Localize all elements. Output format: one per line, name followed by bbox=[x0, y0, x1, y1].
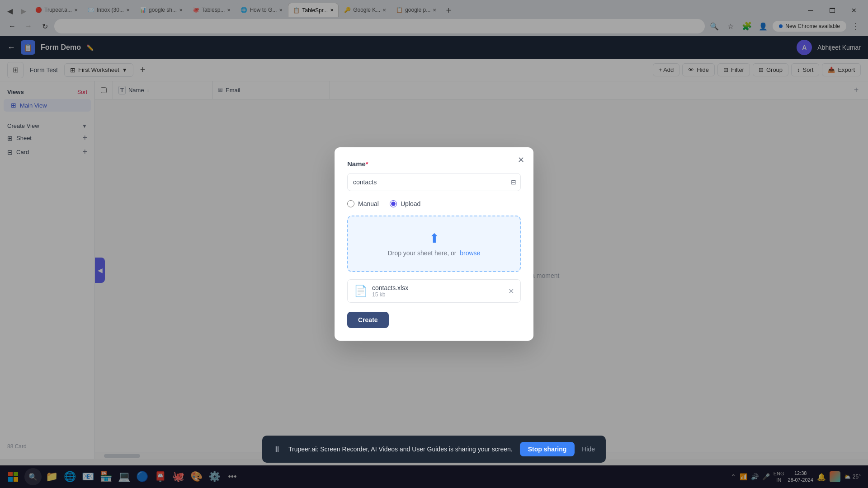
modal: ✕ Name* ⊟ Manual Upload ⬆ Drop your shee… bbox=[335, 147, 533, 341]
file-item: 📄 contacts.xlsx 15 kb ✕ bbox=[347, 279, 521, 303]
file-name: contacts.xlsx bbox=[372, 284, 504, 291]
upload-icon: ⬆ bbox=[429, 231, 439, 246]
browse-link[interactable]: browse bbox=[460, 249, 480, 257]
radio-group: Manual Upload bbox=[347, 200, 521, 207]
modal-close-button[interactable]: ✕ bbox=[514, 154, 527, 166]
input-clear-icon[interactable]: ⊟ bbox=[511, 178, 516, 186]
file-icon: 📄 bbox=[354, 285, 368, 297]
sharing-text: Trupeer.ai: Screen Recorder, AI Videos a… bbox=[288, 446, 513, 453]
file-remove-button[interactable]: ✕ bbox=[508, 287, 514, 296]
modal-overlay: ✕ Name* ⊟ Manual Upload ⬆ Drop your shee… bbox=[0, 0, 868, 488]
modal-title: Name* bbox=[347, 160, 521, 168]
required-indicator: * bbox=[366, 160, 368, 168]
create-button[interactable]: Create bbox=[347, 312, 389, 328]
hide-banner-button[interactable]: Hide bbox=[582, 446, 595, 453]
sharing-icon: ⏸ bbox=[273, 445, 281, 454]
upload-radio[interactable]: Upload bbox=[390, 200, 420, 207]
file-info: contacts.xlsx 15 kb bbox=[372, 284, 504, 298]
manual-radio[interactable]: Manual bbox=[347, 200, 379, 207]
stop-sharing-button[interactable]: Stop sharing bbox=[520, 442, 575, 456]
name-input[interactable] bbox=[347, 173, 521, 191]
file-size: 15 kb bbox=[372, 291, 504, 298]
sharing-banner: ⏸ Trupeer.ai: Screen Recorder, AI Videos… bbox=[262, 436, 606, 463]
drop-zone[interactable]: ⬆ Drop your sheet here, or browse bbox=[347, 216, 521, 272]
